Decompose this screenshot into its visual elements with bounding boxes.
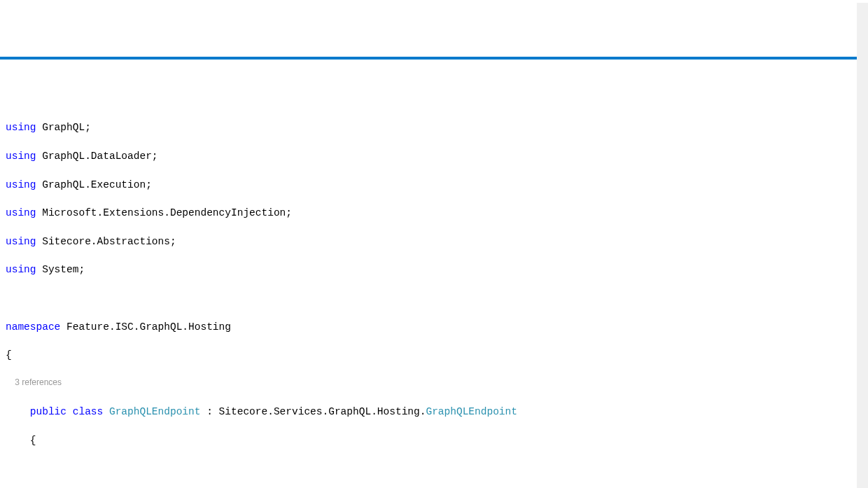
code-editor[interactable]: using GraphQL; using GraphQL.DataLoader;… — [0, 102, 868, 488]
namespace-ref: GraphQL — [42, 122, 85, 133]
keyword-using: using — [6, 179, 36, 190]
namespace-name: Feature.ISC.GraphQL.Hosting — [66, 321, 231, 333]
code-line[interactable]: using GraphQL.Execution; — [6, 178, 868, 192]
code-line[interactable]: namespace Feature.ISC.GraphQL.Hosting — [6, 320, 868, 334]
code-line[interactable]: using GraphQL.DataLoader; — [6, 149, 868, 163]
code-line[interactable]: using Microsoft.Extensions.DependencyInj… — [6, 206, 868, 220]
code-line[interactable]: using GraphQL; — [6, 120, 868, 134]
blank-line — [6, 461, 868, 475]
blank-line — [6, 291, 868, 305]
code-line[interactable]: using System; — [6, 263, 868, 277]
code-line[interactable]: { — [6, 348, 868, 362]
keyword-using: using — [6, 207, 36, 218]
namespace-ref: GraphQL — [42, 179, 85, 190]
namespace-ref: Microsoft — [42, 207, 97, 218]
class-name: GraphQLEndpoint — [109, 406, 201, 417]
namespace-ref: System — [42, 264, 78, 275]
keyword-using: using — [6, 151, 36, 162]
namespace-ref: GraphQL — [42, 151, 85, 162]
codelens-references[interactable]: 3 references — [6, 377, 868, 391]
base-class-name: GraphQLEndpoint — [426, 406, 517, 417]
code-line[interactable]: public class GraphQLEndpoint : Sitecore.… — [6, 405, 868, 419]
window-top-accent — [0, 57, 868, 60]
code-line[interactable]: { — [6, 433, 868, 447]
keyword-namespace: namespace — [6, 321, 60, 333]
keyword-using: using — [6, 122, 36, 133]
code-line[interactable]: using Sitecore.Abstractions; — [6, 235, 868, 249]
namespace-ref: Sitecore — [42, 236, 91, 247]
keyword-class: class — [73, 406, 104, 417]
base-class-ns: Sitecore.Services.GraphQL.Hosting. — [219, 406, 426, 417]
keyword-using: using — [6, 236, 36, 247]
keyword-using: using — [6, 264, 36, 275]
keyword-public: public — [30, 406, 66, 417]
